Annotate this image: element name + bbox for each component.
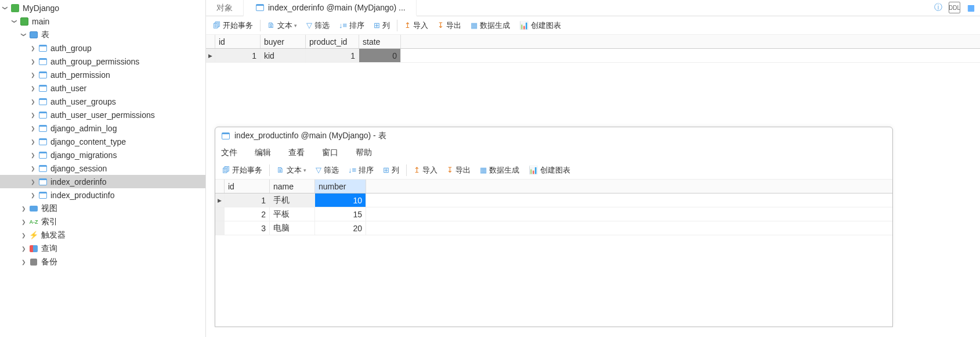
- tree-table-index-productinfo[interactable]: index_productinfo: [0, 188, 205, 202]
- columns-button[interactable]: ⊞列: [370, 19, 393, 32]
- col-header-name[interactable]: name: [270, 180, 315, 193]
- tree-table-label: django_migrations: [50, 150, 117, 160]
- chevron-right-icon[interactable]: [20, 232, 28, 238]
- tree-backups[interactable]: 备份: [0, 255, 205, 268]
- cell-name[interactable]: 平板: [270, 207, 315, 221]
- cell-name[interactable]: 电脑: [270, 221, 315, 235]
- grid-row[interactable]: 1 kid 1 0: [206, 49, 980, 63]
- menu-file[interactable]: 文件: [218, 146, 241, 159]
- grid-row[interactable]: 2平板15: [215, 207, 892, 221]
- import-button[interactable]: ↥导入: [401, 19, 432, 32]
- tree-root[interactable]: MyDjango: [0, 1, 205, 15]
- tree-views[interactable]: 视图: [0, 202, 205, 215]
- cell-id[interactable]: 1: [225, 193, 270, 207]
- menu-edit[interactable]: 编辑: [251, 146, 274, 159]
- tree-table-auth-permission[interactable]: auth_permission: [0, 68, 205, 81]
- chevron-right-icon[interactable]: [29, 59, 37, 64]
- cell-id[interactable]: 1: [215, 49, 261, 62]
- ddl-icon[interactable]: DDL: [949, 2, 960, 13]
- chevron-right-icon[interactable]: [29, 99, 37, 105]
- chevron-right-icon[interactable]: [29, 166, 37, 171]
- tree-table-auth-group[interactable]: auth_group: [0, 41, 205, 55]
- cell-product-id[interactable]: 1: [306, 49, 359, 62]
- tree-table-django-admin-log[interactable]: django_admin_log: [0, 121, 205, 135]
- chevron-right-icon[interactable]: [20, 219, 28, 225]
- chevron-right-icon[interactable]: [29, 45, 37, 51]
- col-header-number[interactable]: number: [315, 180, 366, 193]
- col-header-state[interactable]: state: [359, 35, 401, 48]
- chevron-down-icon[interactable]: [1, 5, 9, 11]
- export-button[interactable]: ↧导出: [443, 164, 474, 177]
- tree-schema[interactable]: main: [0, 15, 205, 28]
- chevron-right-icon[interactable]: [29, 192, 37, 198]
- text-button[interactable]: 🗎文本: [264, 19, 301, 32]
- datagen-button[interactable]: ▦数据生成: [467, 19, 513, 32]
- filter-button[interactable]: ▽筛选: [312, 164, 342, 177]
- chevron-right-icon[interactable]: [29, 152, 37, 158]
- chevron-right-icon[interactable]: [29, 139, 37, 145]
- cell-buyer[interactable]: kid: [261, 49, 306, 62]
- menu-view[interactable]: 查看: [285, 146, 308, 159]
- filter-button[interactable]: ▽筛选: [303, 19, 333, 32]
- cell-number[interactable]: 20: [315, 221, 366, 235]
- tree-triggers[interactable]: ⚡ 触发器: [0, 228, 205, 242]
- import-button[interactable]: ↥导入: [410, 164, 441, 177]
- begin-transaction-button[interactable]: 🗐开始事务: [209, 19, 256, 32]
- tree-table-auth-user-user-permissions[interactable]: auth_user_user_permissions: [0, 108, 205, 121]
- cell-id[interactable]: 3: [225, 221, 270, 235]
- tree-queries[interactable]: 查询: [0, 242, 205, 255]
- tree-table-auth-group-permissions[interactable]: auth_group_permissions: [0, 55, 205, 68]
- chevron-right-icon[interactable]: [29, 72, 37, 78]
- datagen-button[interactable]: ▦数据生成: [476, 164, 523, 177]
- tree-tables-folder[interactable]: 表: [0, 28, 205, 41]
- grid-row[interactable]: 1手机10: [215, 193, 892, 207]
- tree-table-django-migrations[interactable]: django_migrations: [0, 148, 205, 162]
- chevron-down-icon[interactable]: [10, 19, 19, 24]
- tree-table-django-session[interactable]: django_session: [0, 162, 205, 175]
- chevron-right-icon[interactable]: [20, 246, 28, 252]
- popup-titlebar[interactable]: index_productinfo @main (MyDjango) - 表: [215, 127, 892, 145]
- chevron-right-icon[interactable]: [29, 126, 37, 131]
- grid-view-icon[interactable]: ▦: [965, 2, 977, 13]
- row-indicator: [215, 207, 225, 221]
- col-header-product-id[interactable]: product_id: [306, 35, 359, 48]
- export-button[interactable]: ↧导出: [434, 19, 465, 32]
- col-header-id[interactable]: id: [225, 180, 270, 193]
- tree-table-auth-user-groups[interactable]: auth_user_groups: [0, 95, 205, 108]
- text-button[interactable]: 🗎文本: [273, 164, 310, 177]
- grid-row[interactable]: 3电脑20: [215, 221, 892, 235]
- import-icon: ↥: [414, 166, 420, 174]
- menu-help[interactable]: 帮助: [352, 146, 375, 159]
- separator: [397, 20, 397, 31]
- chart-button[interactable]: 📊创建图表: [525, 164, 574, 177]
- tree-table-index-orderinfo[interactable]: index_orderinfo: [0, 175, 205, 188]
- tree-table-django-content-type[interactable]: django_content_type: [0, 135, 205, 148]
- tab-objects[interactable]: 对象: [206, 0, 244, 16]
- bolt-icon: ⚡: [29, 231, 38, 240]
- tab-table-active[interactable]: index_orderinfo @main (MyDjango) ...: [244, 0, 417, 16]
- cell-number[interactable]: 10: [315, 193, 366, 207]
- tree-indexes[interactable]: A-Z 索引: [0, 215, 205, 228]
- begin-transaction-button[interactable]: 🗐开始事务: [219, 164, 266, 177]
- cell-number[interactable]: 15: [315, 207, 366, 221]
- chevron-right-icon[interactable]: [29, 179, 37, 185]
- chevron-right-icon[interactable]: [29, 112, 37, 118]
- chart-button[interactable]: 📊创建图表: [516, 19, 565, 32]
- toolbar-popup: 🗐开始事务 🗎文本 ▽筛选 ↓≡排序 ⊞列 ↥导入 ↧导出 ▦数据生成 📊创建图…: [215, 161, 892, 180]
- sort-button[interactable]: ↓≡排序: [345, 164, 377, 177]
- tree-table-auth-user[interactable]: auth_user: [0, 81, 205, 95]
- cell-name[interactable]: 手机: [270, 193, 315, 207]
- chevron-right-icon[interactable]: [29, 85, 37, 91]
- grid-header: id name number: [215, 180, 892, 193]
- chevron-down-icon[interactable]: [20, 32, 28, 38]
- col-header-buyer[interactable]: buyer: [261, 35, 306, 48]
- sort-button[interactable]: ↓≡排序: [335, 19, 368, 32]
- cell-id[interactable]: 2: [225, 207, 270, 221]
- cell-state[interactable]: 0: [359, 49, 401, 62]
- columns-button[interactable]: ⊞列: [379, 164, 403, 177]
- col-header-id[interactable]: id: [215, 35, 261, 48]
- info-icon[interactable]: ⓘ: [932, 2, 944, 13]
- chevron-right-icon[interactable]: [20, 206, 28, 211]
- chevron-right-icon[interactable]: [20, 259, 28, 265]
- menu-window[interactable]: 窗口: [319, 146, 342, 159]
